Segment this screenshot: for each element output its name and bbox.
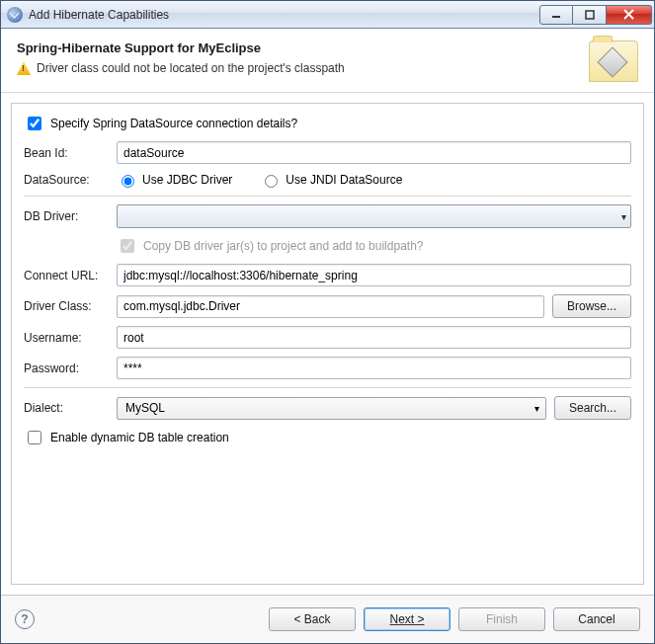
dbdriver-label: DB Driver: xyxy=(24,209,109,223)
finish-button: Finish xyxy=(458,607,545,631)
dialect-label: Dialect: xyxy=(24,401,109,415)
driver-class-input[interactable] xyxy=(117,295,544,318)
radio-jdbc-input[interactable] xyxy=(122,175,134,188)
dialog-window: Add Hibernate Capabilities Spring-Hibern… xyxy=(0,0,655,644)
app-icon xyxy=(7,7,23,23)
form-content: Specify Spring DataSource connection det… xyxy=(11,103,644,585)
dbdriver-dropdown[interactable]: ▾ xyxy=(117,204,631,228)
username-input[interactable] xyxy=(117,326,631,349)
maximize-button[interactable] xyxy=(573,5,607,25)
password-label: Password: xyxy=(24,362,109,375)
next-button[interactable]: Next > xyxy=(364,607,450,631)
search-button[interactable]: Search... xyxy=(554,396,631,420)
svg-rect-1 xyxy=(586,11,594,19)
help-icon[interactable]: ? xyxy=(15,609,35,629)
radio-jdbc[interactable]: Use JDBC Driver xyxy=(117,172,232,188)
specify-datasource-checkbox[interactable] xyxy=(28,117,41,130)
browse-button[interactable]: Browse... xyxy=(552,294,631,318)
specify-datasource-label: Specify Spring DataSource connection det… xyxy=(50,117,297,130)
connect-url-label: Connect URL: xyxy=(24,269,109,282)
radio-jndi[interactable]: Use JNDI DataSource xyxy=(260,172,402,188)
back-button[interactable]: < Back xyxy=(269,607,356,631)
chevron-down-icon: ▾ xyxy=(621,211,626,222)
driver-class-label: Driver Class: xyxy=(24,299,109,313)
radio-jndi-input[interactable] xyxy=(265,175,278,188)
window-title: Add Hibernate Capabilities xyxy=(29,8,539,22)
bean-id-input[interactable] xyxy=(117,141,631,164)
dialect-dropdown[interactable]: MySQL ▾ xyxy=(117,397,546,420)
close-button[interactable] xyxy=(607,5,652,25)
wizard-footer: ? < Back Next > Finish Cancel xyxy=(1,595,654,643)
copy-jars-label: Copy DB driver jar(s) to project and add… xyxy=(143,239,423,253)
wizard-header: Spring-Hibernate Support for MyEclipse D… xyxy=(1,29,654,93)
connect-url-input[interactable] xyxy=(117,264,631,286)
dialect-value: MySQL xyxy=(125,401,165,415)
enable-dynamic-checkbox[interactable] xyxy=(28,431,41,444)
chevron-down-icon: ▾ xyxy=(534,403,539,414)
folder-icon xyxy=(589,40,638,82)
minimize-button[interactable] xyxy=(539,5,573,25)
bean-id-label: Bean Id: xyxy=(24,146,109,160)
enable-dynamic-label: Enable dynamic DB table creation xyxy=(50,431,229,444)
titlebar[interactable]: Add Hibernate Capabilities xyxy=(1,1,654,29)
page-title: Spring-Hibernate Support for MyEclipse xyxy=(17,40,589,55)
username-label: Username: xyxy=(24,331,109,345)
warning-message: Driver class could not be located on the… xyxy=(37,61,345,75)
cancel-button[interactable]: Cancel xyxy=(553,607,640,631)
warning-icon xyxy=(17,61,31,75)
datasource-label: DataSource: xyxy=(24,173,109,187)
copy-jars-checkbox xyxy=(121,239,134,253)
password-input[interactable] xyxy=(117,357,631,379)
